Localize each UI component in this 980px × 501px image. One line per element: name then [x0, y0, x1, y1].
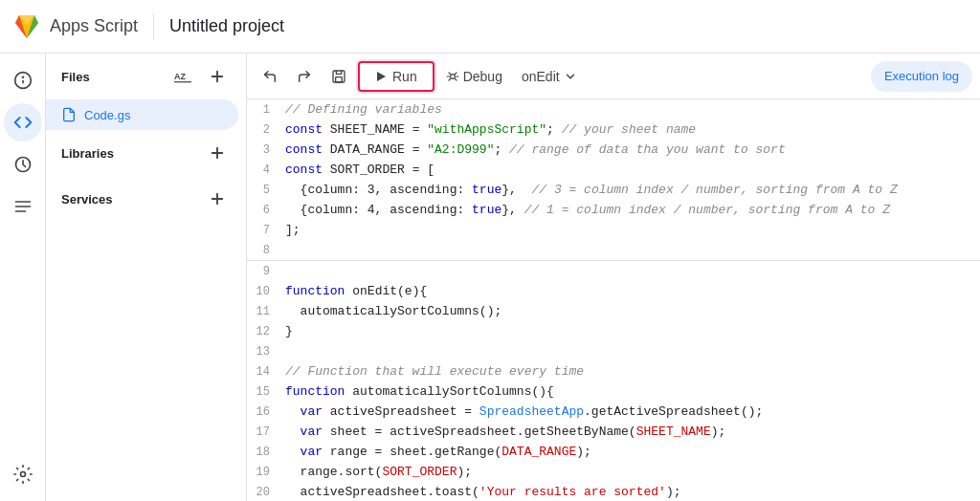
line-content: const DATA_RANGE = "A2:D999"; // range o…	[285, 140, 980, 160]
line-number: 15	[247, 381, 285, 402]
line-content: var sheet = activeSpreadsheet.getSheetBy…	[285, 422, 980, 442]
debug-button[interactable]: Debug	[438, 61, 510, 92]
logo: Apps Script	[11, 11, 138, 42]
code-line: 7];	[247, 220, 980, 240]
sidebar-icon-settings[interactable]	[4, 455, 42, 493]
sidebar-icon-triggers[interactable]	[4, 145, 42, 184]
code-line: 11 automaticallySortColumns();	[247, 301, 980, 321]
line-content: ];	[285, 220, 980, 240]
services-label: Services	[61, 192, 113, 207]
line-content	[285, 240, 980, 260]
line-content	[285, 341, 980, 361]
line-number: 12	[247, 321, 285, 341]
line-number: 1	[247, 99, 285, 120]
line-number: 10	[247, 281, 285, 301]
code-line: 9	[247, 260, 980, 281]
app-title: Apps Script	[50, 16, 138, 36]
services-section-header[interactable]: Services	[46, 176, 246, 222]
line-number: 19	[247, 462, 285, 482]
code-panel: Run Debug onEdit Execution log 1// Defin…	[247, 54, 980, 501]
files-header: Files AZ	[46, 54, 246, 99]
code-line: 6 {column: 4, ascending: true}, // 1 = c…	[247, 200, 980, 220]
line-content: var activeSpreadsheet = SpreadsheetApp.g…	[285, 402, 980, 422]
icon-sidebar	[0, 54, 46, 501]
run-button[interactable]: Run	[358, 61, 434, 92]
line-content: range.sort(SORT_ORDER);	[285, 462, 980, 482]
code-line: 14// Function that will execute every ti…	[247, 361, 980, 381]
run-icon	[375, 71, 387, 82]
svg-text:AZ: AZ	[174, 72, 186, 81]
line-number: 14	[247, 361, 285, 381]
code-line: 4const SORT_ORDER = [	[247, 160, 980, 180]
file-item-code-gs[interactable]: Code.gs	[46, 99, 238, 130]
code-line: 15function automaticallySortColumns(){	[247, 381, 980, 402]
function-name: onEdit	[522, 69, 560, 84]
line-content: const SORT_ORDER = [	[285, 160, 980, 180]
project-title[interactable]: Untitled project	[169, 16, 284, 36]
apps-script-logo	[11, 11, 42, 42]
add-file-button[interactable]	[204, 63, 231, 90]
svg-line-24	[449, 72, 451, 74]
line-number: 17	[247, 422, 285, 442]
sidebar-icon-info[interactable]	[4, 61, 42, 99]
sort-files-button[interactable]: AZ	[169, 63, 196, 90]
code-line: 20 activeSpreadsheet.toast('Your results…	[247, 482, 980, 501]
redo-button[interactable]	[289, 61, 320, 92]
line-content: automaticallySortColumns();	[285, 301, 980, 321]
toolbar: Run Debug onEdit Execution log	[247, 54, 980, 99]
line-number: 16	[247, 402, 285, 422]
run-label: Run	[392, 69, 417, 84]
code-line: 3const DATA_RANGE = "A2:D999"; // range …	[247, 140, 980, 160]
svg-point-23	[450, 74, 455, 78]
svg-point-11	[20, 472, 25, 477]
line-number: 3	[247, 140, 285, 160]
line-number: 8	[247, 240, 285, 260]
line-content: function onEdit(e){	[285, 281, 980, 301]
dropdown-icon	[564, 70, 577, 83]
code-line: 16 var activeSpreadsheet = SpreadsheetAp…	[247, 402, 980, 422]
code-line: 10function onEdit(e){	[247, 281, 980, 301]
line-number: 20	[247, 482, 285, 501]
main-area: Files AZ Code.gs Libraries Servic	[0, 54, 980, 501]
undo-button[interactable]	[255, 61, 285, 92]
sidebar-icon-executions[interactable]	[4, 187, 42, 226]
line-content	[285, 261, 980, 281]
line-content: {column: 3, ascending: true}, // 3 = col…	[285, 180, 980, 200]
line-number: 5	[247, 180, 285, 200]
code-line: 2const SHEET_NAME = "withAppsScript"; //…	[247, 120, 980, 140]
code-line: 17 var sheet = activeSpreadsheet.getShee…	[247, 422, 980, 442]
line-number: 13	[247, 341, 285, 361]
line-number: 11	[247, 301, 285, 321]
code-line: 18 var range = sheet.getRange(DATA_RANGE…	[247, 442, 980, 462]
sidebar-icon-code[interactable]	[4, 103, 42, 142]
libraries-label: Libraries	[61, 146, 114, 161]
title-divider	[153, 13, 154, 40]
svg-line-28	[449, 78, 451, 80]
libraries-section-header[interactable]: Libraries	[46, 130, 246, 176]
code-line: 19 range.sort(SORT_ORDER);	[247, 462, 980, 482]
file-name: Code.gs	[84, 108, 130, 122]
line-content: // Function that will execute every time	[285, 361, 980, 381]
svg-marker-22	[377, 72, 386, 81]
code-line: 12}	[247, 321, 980, 341]
save-button[interactable]	[323, 61, 354, 92]
line-content: activeSpreadsheet.toast('Your results ar…	[285, 482, 980, 501]
line-content: // Defining variables	[285, 99, 980, 120]
execution-log-button[interactable]: Execution log	[871, 61, 972, 92]
code-line: 1// Defining variables	[247, 99, 980, 120]
debug-icon	[446, 70, 459, 83]
line-number: 18	[247, 442, 285, 462]
files-actions: AZ	[169, 63, 231, 90]
add-service-button[interactable]	[204, 185, 231, 212]
line-number: 9	[247, 261, 285, 281]
line-content: }	[285, 321, 980, 341]
code-editor[interactable]: 1// Defining variables2const SHEET_NAME …	[247, 99, 980, 501]
function-selector[interactable]: onEdit	[514, 61, 585, 92]
line-number: 4	[247, 160, 285, 180]
line-number: 2	[247, 120, 285, 140]
files-section-title: Files	[61, 70, 90, 84]
execution-log-label: Execution log	[884, 69, 959, 83]
svg-line-25	[455, 78, 457, 80]
line-number: 7	[247, 220, 285, 240]
add-library-button[interactable]	[204, 140, 231, 166]
